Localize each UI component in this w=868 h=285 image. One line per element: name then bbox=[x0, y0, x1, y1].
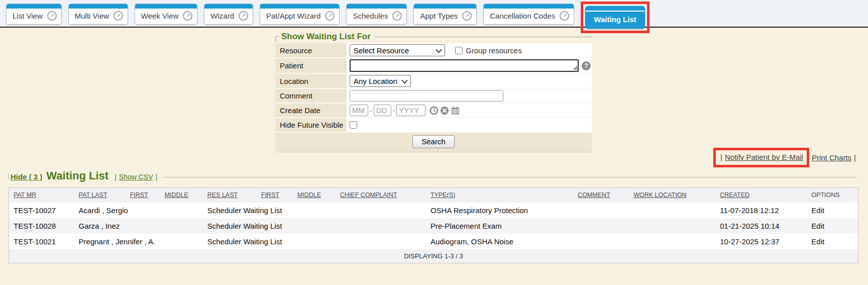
tab-list-view[interactable]: List View ↗ bbox=[6, 4, 62, 25]
form-row-create-date: Create Date - - bbox=[275, 104, 592, 118]
hide-future-visible-checkbox[interactable] bbox=[350, 121, 357, 129]
popout-arrow-icon[interactable]: ↗ bbox=[239, 11, 248, 21]
waiting-list-header: Hide ( 3 ) Waiting List | Show CSV | bbox=[9, 169, 857, 182]
patient-field-wrap bbox=[350, 59, 579, 72]
cell-pat-mr: TEST-10021 bbox=[9, 234, 77, 249]
popout-arrow-icon[interactable]: ↗ bbox=[183, 11, 192, 21]
cell-pat-mr: TEST-10028 bbox=[9, 218, 77, 234]
waiting-list-table: PAT MR PAT LAST FIRST MIDDLE RES LAST FI… bbox=[9, 187, 858, 263]
comment-label: Comment bbox=[275, 89, 347, 103]
tab-accent-strip bbox=[347, 4, 406, 9]
comment-input[interactable] bbox=[350, 90, 503, 102]
tab-accent-strip bbox=[484, 4, 574, 9]
cell-first bbox=[128, 203, 163, 218]
form-row-hide-future: Hide Future Visible bbox=[275, 118, 592, 133]
tab-multi-view[interactable]: Multi View ↗ bbox=[68, 4, 128, 25]
tab-accent-strip bbox=[135, 4, 197, 9]
popout-arrow-icon[interactable]: ↗ bbox=[47, 11, 57, 21]
clock-icon[interactable] bbox=[429, 106, 439, 115]
tab-appt-types[interactable]: Appt Types ↗ bbox=[413, 4, 477, 25]
tab-label: Appt Types bbox=[420, 12, 458, 20]
form-row-location: Location Any Location bbox=[275, 74, 592, 89]
pipe-separator: | bbox=[115, 173, 117, 181]
help-icon[interactable]: ? bbox=[582, 61, 591, 70]
column-header-pat-mr[interactable]: PAT MR bbox=[9, 188, 77, 203]
print-charts-link[interactable]: Print Charts bbox=[812, 153, 851, 162]
table-row: TEST-10027 Acardi , Sergio Scheduler Wai… bbox=[9, 203, 858, 218]
hide-count-link[interactable]: Hide ( 3 ) bbox=[11, 172, 42, 181]
cell-res-middle bbox=[295, 218, 338, 234]
column-header-res-last[interactable]: RES LAST bbox=[205, 188, 259, 203]
create-date-day-input[interactable] bbox=[374, 105, 391, 116]
search-button[interactable]: Search bbox=[412, 135, 455, 148]
cell-res-last: Scheduler Waiting List bbox=[205, 218, 259, 234]
column-header-work-location[interactable]: WORK LOCATION bbox=[631, 188, 718, 203]
edit-link[interactable]: Edit bbox=[811, 206, 824, 215]
notify-patient-by-email-link[interactable]: Notify Patient by E-Mail bbox=[725, 153, 803, 161]
chevron-down-icon bbox=[401, 77, 408, 83]
column-header-res-middle[interactable]: MIDDLE bbox=[295, 188, 338, 203]
tab-cancellation-codes[interactable]: Cancellation Codes ↗ bbox=[483, 4, 574, 25]
form-footer: Search bbox=[275, 133, 592, 152]
popout-arrow-icon[interactable]: ↗ bbox=[392, 11, 402, 21]
tab-label: Pat/Appt Wizard bbox=[266, 12, 320, 20]
column-header-chief-complaint[interactable]: CHIEF COMPLAINT bbox=[338, 188, 428, 203]
fieldset-top-border bbox=[375, 37, 592, 37]
cell-created: 11-07-2018 12:12 bbox=[718, 203, 809, 218]
group-resources-label: Group resources bbox=[466, 46, 522, 55]
column-header-first[interactable]: FIRST bbox=[128, 188, 163, 203]
cell-pat-name: Acardi , Sergio bbox=[77, 203, 128, 218]
tab-label: Week View bbox=[141, 12, 178, 20]
tab-week-view[interactable]: Week View ↗ bbox=[135, 4, 197, 25]
popout-arrow-icon[interactable]: ↗ bbox=[560, 11, 569, 21]
edit-link[interactable]: Edit bbox=[811, 237, 824, 246]
patient-label: Patient bbox=[275, 58, 347, 73]
hide-future-visible-label: Hide Future Visible bbox=[275, 118, 347, 132]
cell-created: 10-27-2025 12:37 bbox=[718, 234, 809, 249]
table-footer-row: DISPLAYING 1-3 / 3 bbox=[9, 249, 858, 263]
tab-pat-appt-wizard[interactable]: Pat/Appt Wizard ↗ bbox=[260, 4, 340, 25]
location-select-value: Any Location bbox=[354, 77, 397, 85]
cell-pat-name: Garza , Inez bbox=[77, 218, 128, 234]
column-header-pat-last[interactable]: PAT LAST bbox=[77, 188, 128, 203]
column-header-res-first[interactable]: FIRST bbox=[259, 188, 295, 203]
tab-label: Multi View bbox=[75, 12, 109, 20]
displaying-count: DISPLAYING 1-3 / 3 bbox=[9, 249, 858, 263]
create-date-year-input[interactable] bbox=[396, 105, 425, 116]
form-legend-row: Show Waiting List For bbox=[275, 31, 592, 43]
cell-res-middle bbox=[295, 234, 338, 249]
column-header-comment[interactable]: COMMENT bbox=[576, 188, 631, 203]
tab-label: Cancellation Codes bbox=[490, 12, 555, 20]
clear-date-icon[interactable] bbox=[440, 106, 449, 115]
form-legend: Show Waiting List For bbox=[280, 31, 375, 43]
popout-arrow-icon[interactable]: ↗ bbox=[462, 11, 472, 21]
create-date-month-input[interactable] bbox=[350, 105, 368, 116]
annotation-highlight-notify-link: | Notify Patient by E-Mail bbox=[713, 148, 809, 167]
tab-wizard[interactable]: Wizard ↗ bbox=[204, 4, 253, 25]
annotation-highlight-waiting-list-tab: Waiting List bbox=[581, 2, 649, 33]
column-header-types[interactable]: TYPE(S) bbox=[428, 188, 576, 203]
cell-chief-complaint bbox=[338, 234, 428, 249]
resource-select[interactable]: Select Resource bbox=[350, 44, 445, 56]
cell-chief-complaint bbox=[338, 203, 428, 218]
chevron-down-icon bbox=[436, 46, 442, 53]
tab-waiting-list[interactable]: Waiting List bbox=[585, 6, 644, 29]
edit-link[interactable]: Edit bbox=[811, 222, 824, 230]
location-select[interactable]: Any Location bbox=[350, 75, 411, 87]
calendar-icon[interactable] bbox=[451, 106, 460, 115]
table-row: TEST-10028 Garza , Inez Scheduler Waitin… bbox=[9, 218, 858, 234]
group-resources-checkbox[interactable] bbox=[455, 47, 463, 54]
tab-schedules[interactable]: Schedules ↗ bbox=[346, 4, 407, 25]
popout-arrow-icon[interactable]: ↗ bbox=[325, 11, 335, 21]
cell-pat-name: Pregnant , Jennifer , A. bbox=[77, 234, 128, 249]
tab-accent-strip bbox=[260, 4, 339, 9]
column-header-created[interactable]: CREATED bbox=[718, 188, 809, 203]
list-action-links: | Notify Patient by E-Mail Print Charts … bbox=[713, 148, 856, 167]
popout-arrow-icon[interactable]: ↗ bbox=[114, 11, 123, 21]
show-csv-link[interactable]: Show CSV bbox=[119, 173, 153, 181]
location-label: Location bbox=[275, 74, 347, 88]
pipe-separator: | bbox=[156, 173, 158, 181]
patient-input[interactable] bbox=[350, 59, 579, 72]
tab-accent-strip bbox=[69, 4, 128, 9]
column-header-middle[interactable]: MIDDLE bbox=[163, 188, 205, 203]
